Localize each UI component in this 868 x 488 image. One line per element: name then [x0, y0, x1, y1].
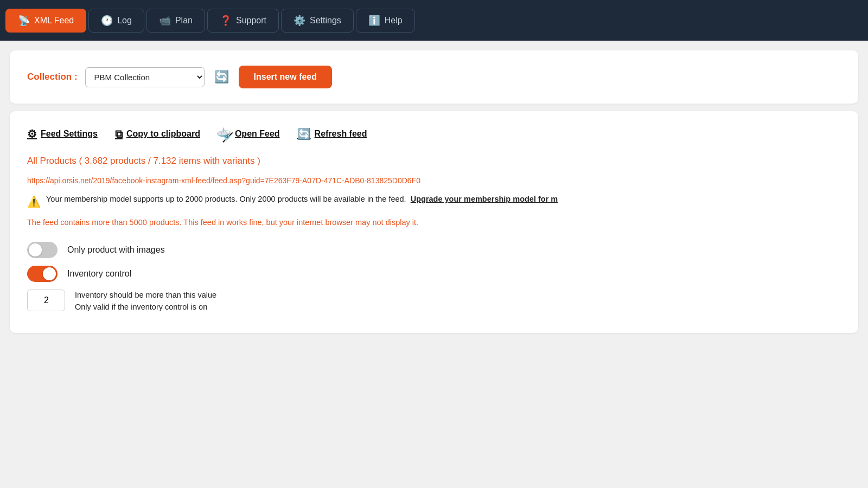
images-toggle[interactable]: [27, 242, 58, 258]
feed-settings-action[interactable]: ⚙ Feed Settings: [27, 127, 98, 140]
all-products-heading: All Products ( 3.682 products / 7.132 it…: [27, 156, 841, 166]
all-products-label: All Products: [27, 156, 76, 166]
upgrade-link[interactable]: Upgrade your membership model for m: [411, 195, 558, 203]
nav-help[interactable]: ℹ️ Help: [356, 9, 415, 33]
nav-settings-label: Settings: [310, 16, 341, 25]
collection-row: Collection : PBM Collection All Products…: [27, 66, 841, 88]
feed-url[interactable]: https://api.orsis.net/2019/facebook-inst…: [27, 176, 841, 185]
nav-settings[interactable]: ⚙️ Settings: [281, 9, 354, 33]
refresh-collection-button[interactable]: 🔄: [212, 68, 231, 86]
inventory-description: Inventory should be more than this value…: [75, 290, 216, 313]
open-feed-action[interactable]: 📡 Open Feed: [218, 127, 280, 140]
navbar: 📡 XML Feed 🕐 Log 📹 Plan ❓ Support ⚙️ Set…: [0, 0, 868, 41]
nav-xml-feed[interactable]: 📡 XML Feed: [5, 9, 86, 33]
help-icon: ℹ️: [368, 15, 380, 27]
inventory-toggle-slider: [27, 266, 58, 282]
images-toggle-slider: [27, 242, 58, 258]
nav-plan[interactable]: 📹 Plan: [146, 9, 205, 33]
collection-label: Collection :: [27, 72, 78, 82]
feed-settings-label: Feed Settings: [41, 129, 98, 139]
nav-support-label: Support: [236, 16, 266, 25]
inventory-input[interactable]: [27, 290, 65, 311]
collection-card: Collection : PBM Collection All Products…: [10, 50, 858, 104]
refresh-icon: 🔄: [214, 70, 229, 84]
warning-text: Your membership model supports up to 200…: [46, 195, 558, 203]
nav-log-label: Log: [117, 16, 132, 25]
inventory-desc-line2: Only valid if the inventory control is o…: [75, 301, 216, 313]
log-icon: 🕐: [101, 15, 113, 27]
collection-select[interactable]: PBM Collection All Products New Arrivals: [85, 67, 205, 87]
support-icon: ❓: [220, 15, 232, 27]
warning-row: ⚠️ Your membership model supports up to …: [27, 195, 841, 208]
images-toggle-label: Only product with images: [67, 245, 165, 255]
settings-icon: ⚙️: [293, 15, 305, 27]
open-feed-label: Open Feed: [235, 129, 280, 139]
gear-icon: ⚙: [27, 127, 37, 140]
refresh-feed-label: Refresh feed: [315, 129, 367, 139]
rss-open-icon: 📡: [215, 125, 234, 144]
rss-icon: 📡: [18, 15, 30, 27]
insert-feed-button[interactable]: Insert new feed: [239, 66, 332, 88]
inventory-toggle-label: Inventory control: [67, 269, 131, 279]
feed-note: The feed contains more than 5000 product…: [27, 218, 841, 227]
copy-clipboard-label: Copy to clipboard: [126, 129, 200, 139]
copy-icon: ⧉: [115, 128, 123, 140]
refresh-feed-icon: 🔄: [297, 127, 311, 140]
nav-plan-label: Plan: [175, 16, 193, 25]
nav-help-label: Help: [385, 16, 403, 25]
copy-clipboard-action[interactable]: ⧉ Copy to clipboard: [115, 128, 200, 140]
inventory-toggle-row: Inventory control: [27, 266, 841, 282]
all-products-info: ( 3.682 products / 7.132 items with vari…: [76, 156, 260, 166]
plan-icon: 📹: [159, 15, 171, 27]
warning-icon: ⚠️: [27, 195, 41, 208]
inventory-desc-line1: Inventory should be more than this value: [75, 290, 216, 301]
refresh-feed-action[interactable]: 🔄 Refresh feed: [297, 127, 367, 140]
images-toggle-row: Only product with images: [27, 242, 841, 258]
nav-xml-feed-label: XML Feed: [34, 16, 74, 25]
nav-support[interactable]: ❓ Support: [207, 9, 279, 33]
nav-log[interactable]: 🕐 Log: [88, 9, 144, 33]
inventory-row: Inventory should be more than this value…: [27, 290, 841, 313]
feed-card: ⚙ Feed Settings ⧉ Copy to clipboard 📡 Op…: [10, 111, 858, 333]
action-row: ⚙ Feed Settings ⧉ Copy to clipboard 📡 Op…: [27, 127, 841, 140]
inventory-toggle[interactable]: [27, 266, 58, 282]
